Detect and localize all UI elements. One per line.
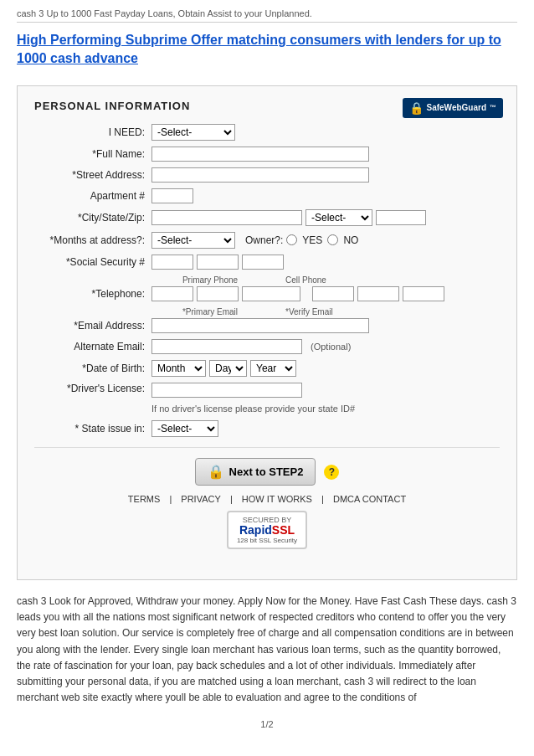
drivers-license-input[interactable] <box>151 383 302 398</box>
street-address-label: *Street Address: <box>34 169 151 181</box>
full-name-field <box>151 147 500 162</box>
email-address-row: *Email Address: <box>34 318 500 333</box>
ssl-text: 128 bit SSL Security <box>237 537 297 544</box>
full-name-row: *Full Name: <box>34 147 500 162</box>
alternate-email-row: Alternate Email: (Optional) <box>34 339 500 354</box>
shield-icon: 🔒 <box>409 101 424 115</box>
street-address-row: *Street Address: <box>34 167 500 183</box>
footer-sep-1: | <box>169 494 174 504</box>
drivers-license-label: *Driver's License: <box>34 383 151 394</box>
top-bar: cash 3 Up to 1000 Fast Payday Loans, Obt… <box>17 8 517 23</box>
state-issue-row: * State issue in: -Select- <box>34 420 500 437</box>
email-address-label: *Email Address: <box>34 320 151 332</box>
safe-badge-label: SafeWebGuard <box>427 103 487 112</box>
social-security-label: *Social Security # <box>34 256 151 268</box>
ssn-part2-input[interactable] <box>197 255 239 270</box>
full-name-label: *Full Name: <box>34 148 151 160</box>
footer-sep-2: | <box>230 494 235 504</box>
tel-primary-3[interactable] <box>242 286 300 301</box>
owner-no-radio[interactable] <box>327 234 338 245</box>
owner-radio-group: YES NO <box>286 234 358 246</box>
tel-cell-1[interactable] <box>312 286 354 301</box>
safe-web-guard-badge: 🔒 SafeWebGuard™ <box>403 98 504 118</box>
tel-primary-1[interactable] <box>151 286 193 301</box>
footer-link-terms[interactable]: TERMS <box>128 494 161 504</box>
apartment-field <box>151 188 500 203</box>
email-address-field <box>151 318 500 333</box>
no-label: NO <box>343 234 358 246</box>
telephone-label: *Telephone: <box>34 288 151 300</box>
ssl-box: SECURED BY RapidSSL 128 bit SSL Security <box>227 511 307 549</box>
owner-yes-radio[interactable] <box>286 234 297 245</box>
street-address-input[interactable] <box>151 167 369 183</box>
state-select[interactable]: -Select- <box>306 209 372 226</box>
telephone-row: *Telephone: <box>34 286 500 301</box>
apartment-input[interactable] <box>151 188 193 203</box>
page-number: 1/2 <box>17 719 517 729</box>
state-issue-field: -Select- <box>151 420 500 437</box>
owner-label: Owner?: <box>245 234 283 246</box>
i-need-row: I NEED: -Select- <box>34 124 500 141</box>
alternate-email-field: (Optional) <box>151 339 500 354</box>
months-at-address-field: -Select- Owner?: YES NO <box>151 232 500 249</box>
dob-year-select[interactable]: Year <box>250 360 296 377</box>
footer-sep-3: | <box>321 494 326 504</box>
next-step-button[interactable]: 🔒 Next to STEP2 <box>195 458 316 486</box>
apartment-row: Apartment # <box>34 188 500 203</box>
dob-day-select[interactable]: Day <box>209 360 247 377</box>
tel-cell-3[interactable] <box>403 286 444 301</box>
drivers-license-note: If no driver's license please provide yo… <box>151 403 355 414</box>
next-btn-label: Next to STEP2 <box>229 465 304 478</box>
state-issue-label: * State issue in: <box>34 423 151 435</box>
state-issue-select[interactable]: -Select- <box>151 420 218 437</box>
street-address-field <box>151 167 500 183</box>
ssn-part3-input[interactable] <box>242 255 284 270</box>
form-divider <box>34 447 500 448</box>
verify-email-label: *Verify Email <box>285 307 333 316</box>
city-state-zip-field: -Select- <box>151 209 500 226</box>
drivers-license-row: *Driver's License: If no driver's licens… <box>34 383 500 414</box>
footer-links: TERMS | PRIVACY | HOW IT WORKS | DMCA CO… <box>34 494 500 504</box>
full-name-input[interactable] <box>151 147 369 162</box>
headline[interactable]: High Performing Subprime Offer matching … <box>17 31 517 69</box>
months-at-address-label: *Months at address?: <box>34 234 151 246</box>
apartment-label: Apartment # <box>34 190 151 202</box>
email-address-input[interactable] <box>151 318 369 333</box>
tel-primary-2[interactable] <box>197 286 239 301</box>
zip-input[interactable] <box>376 210 426 225</box>
i-need-label: I NEED: <box>34 126 151 138</box>
tel-cell-2[interactable] <box>357 286 399 301</box>
email-labels-row: *Primary Email *Verify Email <box>34 307 500 316</box>
social-security-field <box>151 255 500 270</box>
next-btn-row: 🔒 Next to STEP2 ? <box>34 458 500 486</box>
body-text: cash 3 Look for Approved, Withdraw your … <box>17 594 517 706</box>
city-state-zip-row: *City/State/Zip: -Select- <box>34 209 500 226</box>
form-box: PERSONAL INFORMATION 🔒 SafeWebGuard™ I N… <box>17 85 517 580</box>
optional-label: (Optional) <box>311 342 351 352</box>
cell-phone-label: Cell Phone <box>285 275 326 285</box>
top-bar-text: cash 3 Up to 1000 Fast Payday Loans, Obt… <box>17 8 312 18</box>
ssn-part1-input[interactable] <box>151 255 193 270</box>
primary-phone-label: Primary Phone <box>151 275 269 285</box>
yes-label: YES <box>302 234 322 246</box>
dob-month-select[interactable]: Month <box>151 360 206 377</box>
lock-icon: 🔒 <box>208 464 224 480</box>
city-state-zip-label: *City/State/Zip: <box>34 212 151 224</box>
ssl-badge: SECURED BY RapidSSL 128 bit SSL Security <box>34 511 500 549</box>
footer-link-dmca[interactable]: DMCA CONTACT <box>333 494 406 504</box>
footer-link-how[interactable]: HOW IT WORKS <box>242 494 312 504</box>
rapid-ssl-brand: RapidSSL <box>239 524 295 536</box>
dob-row: *Date of Birth: Month Day Year <box>34 360 500 377</box>
alternate-email-input[interactable] <box>151 339 302 354</box>
city-input[interactable] <box>151 210 302 225</box>
footer-link-privacy[interactable]: PRIVACY <box>181 494 220 504</box>
help-icon[interactable]: ? <box>324 465 339 480</box>
drivers-license-field: If no driver's license please provide yo… <box>151 383 500 414</box>
dob-field: Month Day Year <box>151 360 500 377</box>
months-at-address-row: *Months at address?: -Select- Owner?: YE… <box>34 232 500 249</box>
phone-labels-row: Primary Phone Cell Phone <box>34 275 500 285</box>
alternate-email-label: Alternate Email: <box>34 341 151 352</box>
i-need-select[interactable]: -Select- <box>151 124 235 141</box>
months-at-address-select[interactable]: -Select- <box>151 232 235 249</box>
telephone-field <box>151 286 500 301</box>
